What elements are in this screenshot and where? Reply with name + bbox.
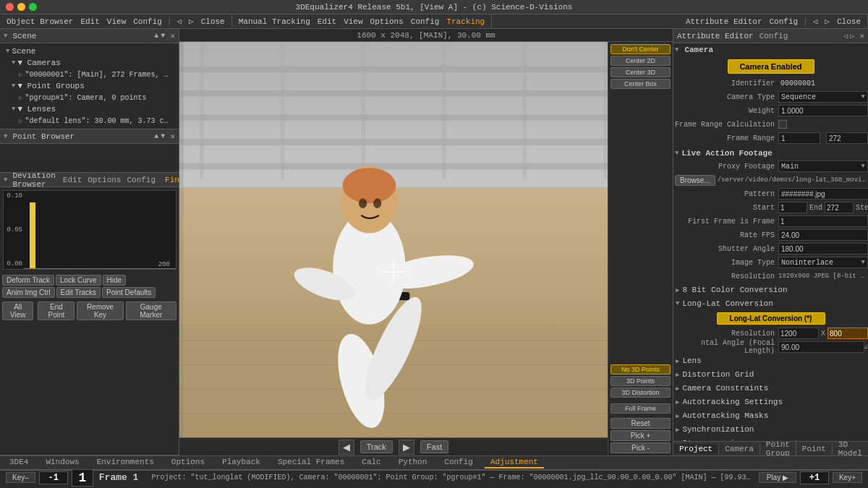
menu-config-2[interactable]: Config [407,17,443,26]
close-window-btn[interactable] [6,3,14,11]
camera-constraints-section[interactable]: ▶ Camera Constraints [673,382,868,395]
menu-view-2[interactable]: View [340,17,366,26]
play-btn[interactable]: Play ▶ [759,472,796,483]
3d-distortion-btn[interactable]: 3D Distortion [610,388,671,398]
menu-nav-left-2[interactable]: ◁ [809,17,822,26]
deviation-find-label[interactable]: Find [161,176,179,184]
camera1-item[interactable]: ▷ "00000001": [Main], 272 Frames, 1.00, … [3,69,176,80]
synchronization-section[interactable]: ▶ Synchronization [673,423,868,436]
start-input[interactable]: 1 [778,202,807,213]
window-controls[interactable] [6,3,37,11]
tab-project[interactable]: Project [673,444,719,454]
tab-options[interactable]: Options [166,457,210,468]
full-frame-btn[interactable]: Full Frame [610,403,671,414]
right-panel-scroll[interactable]: Camera Camera Enabled Identifier 0000000… [673,43,868,441]
live-action-header[interactable]: Live Action Footage [673,147,868,160]
tab-camera[interactable]: Camera [719,444,760,454]
longlat-res-y[interactable]: 800 [827,328,868,339]
minimize-window-btn[interactable] [17,3,25,11]
image-type-dropdown[interactable]: Noninterlace ▼ [778,257,868,268]
tab-point-group[interactable]: Point Group [760,440,796,456]
attr-config-menu[interactable]: Config [760,32,788,40]
distortion-grid-section[interactable]: ▶ Distortion Grid [673,368,868,381]
point-close-btn[interactable]: ✕ [170,132,175,141]
edit-tracks-btn[interactable]: Edit Tracks [56,287,101,298]
deform-track-btn[interactable]: Deform Track [2,275,54,286]
menu-nav-right[interactable]: ▷ [185,17,197,26]
lenses-item[interactable]: ▼ Lenses [3,103,176,115]
color-conversion-section[interactable]: ▶ 8 Bit Color Conversion [673,283,868,296]
tab-3de4[interactable]: 3DE4 [4,457,34,468]
reset-btn[interactable]: Reset [610,418,671,429]
lock-curve-btn[interactable]: Lock Curve [56,275,101,286]
tab-environments[interactable]: Environments [91,457,160,468]
deviation-config-menu[interactable]: Config [127,176,156,184]
attr-arrow-right[interactable]: ▷ [850,32,854,40]
menu-edit-2[interactable]: Edit [314,17,340,26]
rate-fps-input[interactable]: 24.00 [778,229,868,241]
longlat-section-header[interactable]: ▼ Long-Lat Conversion [673,297,868,310]
tab-python[interactable]: Python [393,457,433,468]
shutter-angle-input[interactable]: 180.00 [778,243,868,254]
scene-arrow-up[interactable]: ▲ [154,32,158,40]
camera-type-dropdown[interactable]: Sequence ▼ [778,91,868,103]
pgroup1-item[interactable]: ▷ "pgroup#1": Camera, 0 points [3,92,176,103]
tab-playback[interactable]: Playback [216,457,266,468]
frame-range-end[interactable]: 272 [826,132,868,144]
point-defaults-btn[interactable]: Point Defaults [102,287,156,298]
menu-options[interactable]: Options [367,17,407,26]
center-box-btn[interactable]: Center Box [610,79,671,89]
deviation-edit-menu[interactable]: Edit [63,176,82,184]
key-plus-btn[interactable]: Key+ [833,472,862,483]
dont-center-btn[interactable]: Don't Center [610,44,671,54]
center-3d-btn[interactable]: Center 3D [610,67,671,77]
tab-point[interactable]: Point [796,444,833,454]
tab-special-frames[interactable]: Special Frames [272,457,350,468]
key-minus-btn[interactable]: Key– [6,472,35,483]
end-input[interactable]: 272 [825,202,854,213]
menu-close-2[interactable]: Close [833,17,864,26]
first-frame-input[interactable]: 1 [778,215,868,227]
tab-calc[interactable]: Calc [356,457,386,468]
3d-points-btn[interactable]: 3D Points [610,376,671,386]
longlat-res-x[interactable]: 1200 [778,328,819,339]
pick-minus-btn[interactable]: Pick - [610,442,671,453]
center-viewport[interactable]: ◀ Track ▶ Fast [179,42,608,455]
prev-frame-btn[interactable]: ◀ [339,440,354,455]
scene-arrow-down[interactable]: ▼ [161,32,165,40]
camera-section-header[interactable]: Camera [673,43,868,56]
camera-enabled-btn[interactable]: Camera Enabled [728,59,814,74]
point-groups-item[interactable]: ▼ Point Groups [3,80,176,92]
menu-attr-editor[interactable]: Attribute Editor [682,17,766,26]
attr-close-btn[interactable]: ✕ [859,31,864,40]
all-view-btn[interactable]: All View [2,301,33,320]
menu-manual-tracking[interactable]: Manual Tracking [235,17,314,26]
menu-close-1[interactable]: Close [197,17,229,26]
tab-config[interactable]: Config [438,457,479,468]
gauge-marker-btn[interactable]: Gauge Marker [126,301,176,320]
viewport-image[interactable] [179,42,608,437]
menu-edit-1[interactable]: Edit [77,17,103,26]
tab-windows[interactable]: Windows [40,457,85,468]
center-2d-btn[interactable]: Center 2D [610,56,671,66]
track-btn[interactable]: Track [360,440,393,453]
remove-key-btn[interactable]: Remove Key [77,301,123,320]
no-3d-points-btn[interactable]: No 3D Points [610,364,671,374]
autotracking-masks-section[interactable]: ▶ Autotracking Masks [673,409,868,422]
focal-angle-input[interactable]: 90.00 [778,341,864,353]
end-point-btn[interactable]: End Point [38,301,75,320]
proxy-footage-dropdown[interactable]: Main ▼ [778,160,868,172]
frame-range-calc-checkbox[interactable] [778,120,787,129]
pick-plus-btn[interactable]: Pick + [610,430,671,441]
hide-btn[interactable]: Hide [103,275,127,286]
maximize-window-btn[interactable] [29,3,37,11]
longlat-btn[interactable]: Long-Lat Conversion (*) [717,312,825,325]
menu-nav-left[interactable]: ◁ [173,17,185,26]
tab-3d-model[interactable]: 3D Model [833,440,868,456]
menu-tracking[interactable]: Tracking [443,17,488,26]
scene-close-btn[interactable]: ✕ [170,31,175,40]
lens-section[interactable]: ▶ Lens [673,354,868,367]
anim-img-ctrl-btn[interactable]: Anim Img Ctrl [2,287,55,298]
point-arrow-up[interactable]: ▲ [154,132,158,140]
menu-nav-right-2[interactable]: ▷ [821,17,833,26]
